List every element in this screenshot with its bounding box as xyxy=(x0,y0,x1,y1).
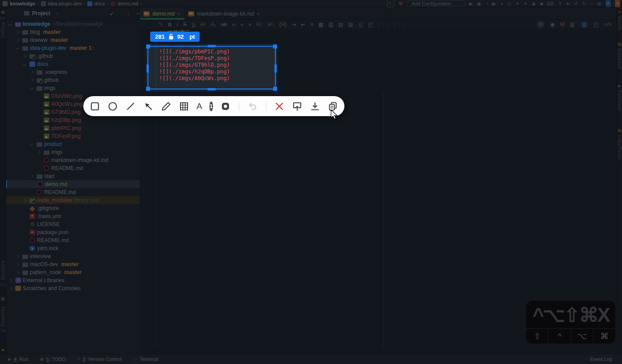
terminal-toolbar-icon[interactable]: >_ xyxy=(387,0,394,8)
chevron-right-icon[interactable] xyxy=(23,198,26,202)
html-code-icon[interactable]: </> xyxy=(604,20,612,29)
heading-toggle-icon[interactable]: {H} xyxy=(279,20,286,29)
push-icon[interactable]: ➤ xyxy=(566,0,570,7)
text-tool-icon[interactable]: A xyxy=(196,101,202,112)
breadcrumb-item-knowledge[interactable]: knowledge xyxy=(3,1,35,6)
project-panel-title[interactable]: Project xyxy=(32,10,50,16)
chevron-right-icon[interactable] xyxy=(8,287,12,290)
arrow-tool-icon[interactable] xyxy=(143,101,154,112)
branch-icon[interactable]: Y xyxy=(559,0,562,7)
selection-handle-n[interactable] xyxy=(208,45,216,47)
save-icon[interactable] xyxy=(310,101,320,112)
book-icon[interactable]: ▥ xyxy=(570,20,575,29)
chevron-down-icon[interactable] xyxy=(8,22,12,26)
tab-close-icon[interactable]: × xyxy=(177,11,180,16)
plugin-glossary-icon[interactable]: G xyxy=(615,0,620,7)
run-icon[interactable]: ▶ xyxy=(469,0,473,7)
tree-row-LICENSE[interactable]: ©LICENSE xyxy=(6,220,139,228)
italic-icon[interactable]: I xyxy=(176,20,178,29)
debug-icon[interactable]: ◉ xyxy=(477,0,482,7)
screenshot-selection[interactable] xyxy=(147,46,276,89)
event-log-button[interactable]: ◌ Event Log xyxy=(585,356,612,362)
chevron-right-icon[interactable] xyxy=(16,30,19,34)
chevron-right-icon[interactable] xyxy=(16,38,19,42)
tree-row-pattern_code[interactable]: pattern_codemaster xyxy=(6,268,139,276)
pin-icon[interactable] xyxy=(292,101,303,112)
tree-row-start[interactable]: start xyxy=(6,172,139,180)
breadcrumb-item-idea-plugin-dev[interactable]: idea-plugin-dev xyxy=(41,1,82,6)
tree-row-yarn.lock[interactable]: yyarn.lock xyxy=(6,244,139,252)
tree-row-README.md[interactable]: README.md xyxy=(6,236,139,244)
counter-tool-icon[interactable]: 1 xyxy=(209,101,213,111)
superscript-icon[interactable]: A¹ xyxy=(201,20,206,29)
tree-row-External Libraries[interactable]: External Libraries xyxy=(6,276,139,284)
collapse-all-icon[interactable]: ↙ xyxy=(110,10,114,16)
tool-button-project[interactable]: 1: Project xyxy=(0,17,5,38)
selection-handle-nw[interactable] xyxy=(146,44,150,49)
history-icon[interactable]: ↺ xyxy=(574,0,578,7)
tool-icon-PsiViewer[interactable]: ◆ xyxy=(618,84,621,88)
update-icon[interactable]: ↻ xyxy=(582,0,586,7)
selection-handle-sw[interactable] xyxy=(146,87,150,91)
tree-row-knowledge[interactable]: knowledge ~/Develop/knowledge xyxy=(6,20,139,28)
tree-row-README.md[interactable]: README.md xyxy=(6,188,139,196)
chevron-right-icon[interactable] xyxy=(8,279,12,282)
statusbar-item-terminal[interactable]: ▭Terminal xyxy=(133,356,158,362)
tool-icon-Copy/Paste[interactable]: ▤ xyxy=(618,128,622,133)
mosaic-tool-icon[interactable] xyxy=(179,101,189,112)
favorites-star-icon[interactable]: ★ xyxy=(1,348,5,352)
plugin-translate-icon[interactable]: G xyxy=(606,0,611,7)
tab-demo.md[interactable]: M+demo.md× xyxy=(140,8,184,20)
preview-eye-icon[interactable]: ◉ xyxy=(550,20,554,29)
selection-handle-w[interactable] xyxy=(147,65,149,73)
editor-split-divider[interactable] xyxy=(383,92,384,347)
attach-icon[interactable]: ✦ xyxy=(516,0,520,7)
tree-row-idea-plugin-dev[interactable]: idea-plugin-devmaster 1↑ xyxy=(6,44,139,52)
heading-down-icon[interactable]: H↓ xyxy=(268,20,274,29)
tab-close-icon[interactable]: × xyxy=(257,11,260,16)
chevron-right-icon[interactable] xyxy=(16,255,19,258)
subscript-icon[interactable]: A₁ xyxy=(211,20,216,29)
selection-handle-e[interactable] xyxy=(274,65,277,73)
tree-row-node_modules[interactable]: node_modules library root xyxy=(6,196,139,204)
ellipse-tool-icon[interactable] xyxy=(107,101,118,112)
tree-row-macOS-dev[interactable]: macOS-devmaster xyxy=(6,260,139,268)
profile-cpu-icon[interactable]: ◑ xyxy=(500,0,503,7)
search-icon[interactable]: ○ xyxy=(590,0,593,7)
statusbar-item-run[interactable]: ▶4: Run xyxy=(8,356,28,362)
document-icon[interactable]: ▤ xyxy=(338,20,343,29)
chevron-down-icon[interactable] xyxy=(23,62,26,66)
tree-row-imgs[interactable]: imgs xyxy=(6,84,139,92)
tool-button-structure[interactable]: 7: Structure xyxy=(0,260,5,286)
editor-only-icon[interactable]: M xyxy=(536,20,544,28)
outdent-icon[interactable]: ⇤ xyxy=(301,20,305,29)
chevron-right-icon[interactable] xyxy=(23,54,26,58)
quote-open-icon[interactable]: « xyxy=(241,20,244,29)
tree-row-github[interactable]: github xyxy=(6,76,139,84)
chevron-right-icon[interactable] xyxy=(30,70,33,74)
statusbar-item-vcs[interactable]: Y9: Version Control xyxy=(77,356,121,362)
selection-handle-ne[interactable] xyxy=(273,44,277,49)
tool-button-Copy/Paste[interactable]: Copy/Paste xyxy=(617,134,622,160)
chevron-right-icon[interactable] xyxy=(30,78,33,82)
table-icon[interactable]: ▦ xyxy=(318,20,323,29)
heading-up-icon[interactable]: H↑ xyxy=(256,20,263,29)
tree-row-README.md[interactable]: README.md xyxy=(6,164,139,172)
editor-preview-icon[interactable]: M xyxy=(560,20,565,29)
spotlight-tool-icon[interactable] xyxy=(220,101,231,112)
tree-row-h2qDBp.png[interactable]: h2qDBp.png xyxy=(6,116,139,124)
tree-row-demo.md[interactable]: demo.md xyxy=(6,180,139,188)
tree-row-.gitignore[interactable]: .gitignore xyxy=(6,204,139,212)
run-coverage-icon[interactable]: ▶ xyxy=(492,0,496,7)
build-hammer-icon[interactable]: ⚒ xyxy=(398,0,403,7)
pen-tool-icon[interactable] xyxy=(161,101,172,112)
page-export-icon[interactable]: ◱ xyxy=(358,20,363,29)
breadcrumb-item-demo.md[interactable]: demo.md xyxy=(110,1,138,6)
chevron-down-icon[interactable]: ⌄ xyxy=(55,10,59,15)
page-import-icon[interactable]: ◰ xyxy=(368,20,373,29)
quote-close-icon[interactable]: » xyxy=(248,20,251,29)
chevron-down-icon[interactable] xyxy=(30,86,33,90)
tree-row-.vuepress[interactable]: .vuepress xyxy=(6,68,139,76)
tool-icon-Database[interactable]: ▤ xyxy=(618,42,622,46)
cancel-icon[interactable] xyxy=(274,101,285,112)
